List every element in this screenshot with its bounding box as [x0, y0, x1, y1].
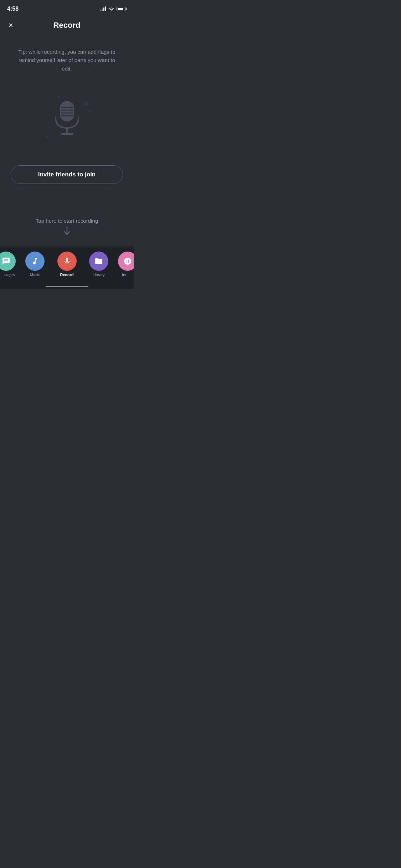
- nav-label-record: Record: [60, 273, 74, 277]
- microphone-illustration: [38, 91, 96, 148]
- wifi-icon: [108, 7, 114, 11]
- status-bar: 4:58: [0, 0, 134, 16]
- nav-item-messages[interactable]: sages: [0, 252, 19, 277]
- signal-icon: [100, 7, 106, 11]
- svg-rect-0: [60, 101, 74, 122]
- status-icons: [100, 7, 127, 11]
- svg-rect-6: [61, 133, 73, 135]
- invite-friends-button[interactable]: Invite friends to join: [11, 165, 123, 184]
- tip-text: Tip: while recording, you can add flags …: [17, 48, 117, 73]
- mic-icon: [49, 99, 85, 139]
- battery-icon: [117, 7, 127, 11]
- nav-label-music: Music: [30, 273, 40, 277]
- bottom-nav: sages Music Record Library Int: [0, 247, 134, 289]
- nav-item-library[interactable]: Library: [83, 252, 114, 277]
- status-time: 4:58: [7, 6, 19, 12]
- nav-item-record[interactable]: Record: [51, 252, 83, 277]
- arrow-down-icon: [63, 227, 71, 237]
- nav-label-messages: sages: [4, 273, 15, 277]
- close-button[interactable]: ×: [9, 21, 13, 29]
- header: × Record: [0, 17, 134, 33]
- bottom-hint: Tap here to start recording: [0, 218, 134, 237]
- home-indicator: [46, 286, 88, 287]
- nav-item-integrations[interactable]: Int: [114, 252, 134, 277]
- nav-label-integrations: Int: [122, 273, 126, 277]
- nav-label-library: Library: [93, 273, 105, 277]
- main-content: Tip: while recording, you can add flags …: [0, 33, 134, 184]
- page-title: Record: [53, 21, 81, 30]
- hint-text: Tap here to start recording: [36, 218, 98, 224]
- nav-item-music[interactable]: Music: [19, 252, 51, 277]
